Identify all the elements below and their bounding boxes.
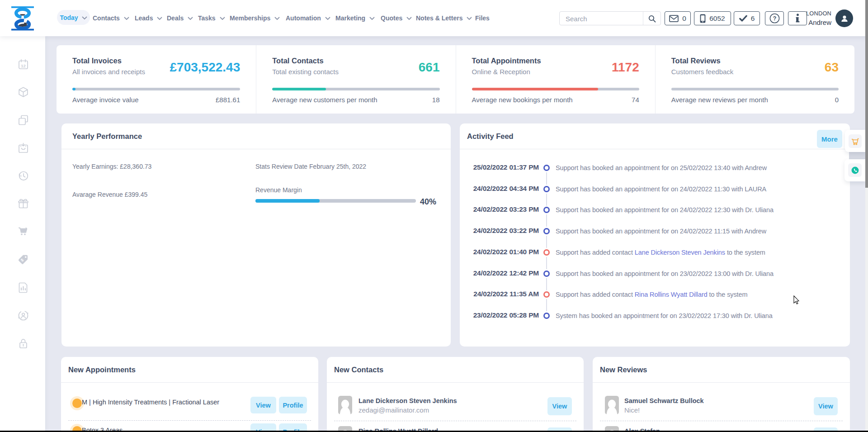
svg-text:?: ? [773,15,776,22]
svg-text:12: 12 [21,63,26,68]
